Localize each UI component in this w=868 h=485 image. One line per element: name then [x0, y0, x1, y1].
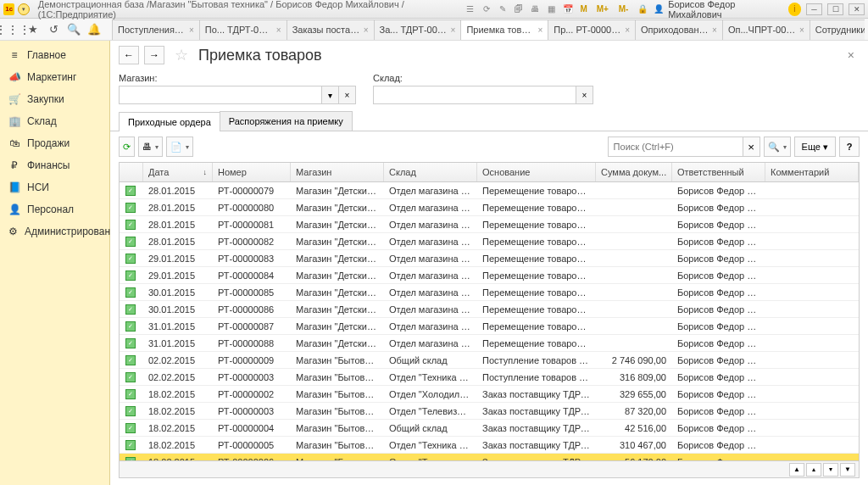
doc-tab[interactable]: Оп...ЧПРТ-000002×	[722, 20, 810, 40]
sidebar-item[interactable]: 📣Маркетинг	[0, 66, 109, 88]
m-button[interactable]: M	[577, 3, 590, 16]
table-row[interactable]: ✓28.01.2015РТ-00000079Магазин "Детские .…	[120, 182, 859, 199]
m-minus-button[interactable]: M-	[615, 3, 632, 16]
help-button[interactable]: ?	[839, 137, 860, 157]
doc-tab[interactable]: Сотрудники×	[810, 20, 865, 40]
scroll-up-button[interactable]: ▴	[806, 463, 821, 477]
table-body[interactable]: ✓28.01.2015РТ-00000079Магазин "Детские .…	[120, 182, 859, 460]
info-icon[interactable]: i	[788, 3, 801, 16]
sidebar-item[interactable]: 🏢Склад	[0, 110, 109, 132]
search-input[interactable]	[608, 137, 743, 157]
tab-close-icon[interactable]: ×	[276, 25, 281, 35]
doc-tab[interactable]: Поступления то...×	[112, 20, 200, 40]
sidebar-item[interactable]: ⚙Администрирование	[0, 220, 109, 242]
history-icon[interactable]: ↺	[44, 20, 63, 39]
col-icon[interactable]	[120, 163, 143, 181]
apps-grid-icon[interactable]: ⋮⋮⋮	[3, 20, 22, 39]
table-row[interactable]: ✓28.01.2015РТ-00000082Магазин "Детские .…	[120, 233, 859, 250]
table-row[interactable]: ✓29.01.2015РТ-00000084Магазин "Детские .…	[120, 267, 859, 284]
sidebar-item[interactable]: 👤Персонал	[0, 198, 109, 220]
table-row[interactable]: ✓28.01.2015РТ-00000081Магазин "Детские .…	[120, 216, 859, 233]
nav-forward-button[interactable]: →	[144, 46, 164, 64]
table-row[interactable]: ✓02.02.2015РТ-00000003Магазин "Бытовая..…	[120, 369, 859, 386]
filter-wh-input[interactable]	[373, 86, 576, 104]
col-comment[interactable]: Комментарий	[765, 163, 859, 181]
sidebar-item[interactable]: ≡Главное	[0, 44, 109, 66]
window-close[interactable]: ✕	[849, 3, 865, 15]
m-plus-button[interactable]: M+	[593, 3, 611, 16]
table-row[interactable]: ✓18.02.2015РТ-00000006Магазин "Бытовая..…	[120, 454, 859, 460]
scroll-top-button[interactable]: ▲	[789, 463, 804, 477]
app-menu-dropdown[interactable]: ▾	[18, 3, 29, 15]
cell-date: 30.01.2015	[143, 286, 213, 299]
table-row[interactable]: ✓18.02.2015РТ-00000002Магазин "Бытовая..…	[120, 386, 859, 403]
grid-icon[interactable]: ▦	[545, 3, 558, 16]
doc-tab[interactable]: По... ТДРТ-000002×	[199, 20, 287, 40]
filter-store-input[interactable]	[119, 86, 322, 104]
col-store[interactable]: Магазин	[291, 163, 384, 181]
bell-icon[interactable]: 🔔	[85, 20, 103, 39]
tab-close-icon[interactable]: ×	[537, 25, 542, 35]
close-page-button[interactable]: ×	[843, 48, 860, 62]
col-sum[interactable]: Сумма докум...	[596, 163, 672, 181]
window-maximize[interactable]: ☐	[827, 3, 843, 15]
table-row[interactable]: ✓02.02.2015РТ-00000009Магазин "Бытовая..…	[120, 352, 859, 369]
sub-tab[interactable]: Приходные ордера	[119, 112, 220, 131]
tab-close-icon[interactable]: ×	[712, 25, 717, 35]
tab-close-icon[interactable]: ×	[625, 25, 630, 35]
filter-store-open[interactable]: ▾	[322, 86, 339, 104]
tab-close-icon[interactable]: ×	[799, 25, 804, 35]
more-button[interactable]: Еще▾	[794, 137, 836, 157]
table-row[interactable]: ✓18.02.2015РТ-00000005Магазин "Бытовая..…	[120, 437, 859, 454]
sidebar-item[interactable]: 🛍Продажи	[0, 132, 109, 154]
col-resp[interactable]: Ответственный	[672, 163, 765, 181]
table-row[interactable]: ✓18.02.2015РТ-00000003Магазин "Бытовая..…	[120, 403, 859, 420]
table-row[interactable]: ✓30.01.2015РТ-00000086Магазин "Детские .…	[120, 301, 859, 318]
doc-tab[interactable]: Заказы постав...×	[287, 20, 375, 40]
print-icon[interactable]: 🖶	[529, 3, 542, 16]
table-row[interactable]: ✓31.01.2015РТ-00000088Магазин "Детские .…	[120, 335, 859, 352]
sidebar-item[interactable]: 📘НСИ	[0, 176, 109, 198]
refresh-button[interactable]: ⟳	[119, 137, 135, 157]
table-row[interactable]: ✓28.01.2015РТ-00000080Магазин "Детские .…	[120, 199, 859, 216]
favorite-star-icon[interactable]: ☆	[175, 46, 188, 64]
col-number[interactable]: Номер	[213, 163, 291, 181]
search-clear-button[interactable]: ×	[743, 137, 760, 157]
cell-comment	[765, 189, 859, 192]
doc-tab[interactable]: Оприходования...×	[635, 20, 723, 40]
col-basis[interactable]: Основание	[477, 163, 596, 181]
sidebar-item[interactable]: ₽Финансы	[0, 154, 109, 176]
scroll-bottom-button[interactable]: ▼	[840, 463, 855, 477]
search-button[interactable]: 🔍▾	[764, 137, 791, 157]
doc-tab[interactable]: Приемка товаров×	[460, 20, 548, 40]
tab-close-icon[interactable]: ×	[451, 25, 456, 35]
doc-tab[interactable]: Пр... РТ-00000006×	[548, 20, 636, 40]
search-global-icon[interactable]: 🔍	[64, 20, 83, 39]
filter-store-clear[interactable]: ×	[339, 86, 356, 104]
favorite-icon[interactable]: ★	[24, 20, 42, 39]
table-row[interactable]: ✓18.02.2015РТ-00000004Магазин "Бытовая..…	[120, 420, 859, 437]
nav-back-button[interactable]: ←	[119, 46, 139, 64]
scroll-down-button[interactable]: ▾	[823, 463, 838, 477]
calendar-icon[interactable]: 📅	[561, 3, 574, 16]
lock-icon[interactable]: 🔒	[636, 3, 648, 16]
tool-icon-2[interactable]: ⟳	[480, 3, 492, 16]
report-button[interactable]: 📄▾	[166, 137, 193, 157]
tab-close-icon[interactable]: ×	[364, 25, 369, 35]
filter-wh-clear[interactable]: ×	[576, 86, 593, 104]
tab-close-icon[interactable]: ×	[189, 25, 194, 35]
col-warehouse[interactable]: Склад	[384, 163, 477, 181]
table-row[interactable]: ✓29.01.2015РТ-00000083Магазин "Детские .…	[120, 250, 859, 267]
table-row[interactable]: ✓31.01.2015РТ-00000087Магазин "Детские .…	[120, 318, 859, 335]
tool-icon-3[interactable]: ✎	[497, 3, 509, 16]
sidebar-item[interactable]: 🛒Закупки	[0, 88, 109, 110]
print-button[interactable]: 🖶▾	[138, 137, 163, 157]
tool-icon-1[interactable]: ☰	[464, 3, 476, 16]
sub-tab[interactable]: Распоряжения на приемку	[220, 111, 353, 131]
tool-icon-4[interactable]: 🗐	[513, 3, 526, 16]
doc-tab[interactable]: За... ТДРТ-000118×	[374, 20, 462, 40]
col-date[interactable]: Дата↓	[143, 163, 213, 181]
table-row[interactable]: ✓30.01.2015РТ-00000085Магазин "Детские .…	[120, 284, 859, 301]
window-minimize[interactable]: ─	[806, 3, 822, 15]
cell-basis: Заказ поставщику ТДРТ-0...	[477, 404, 596, 418]
